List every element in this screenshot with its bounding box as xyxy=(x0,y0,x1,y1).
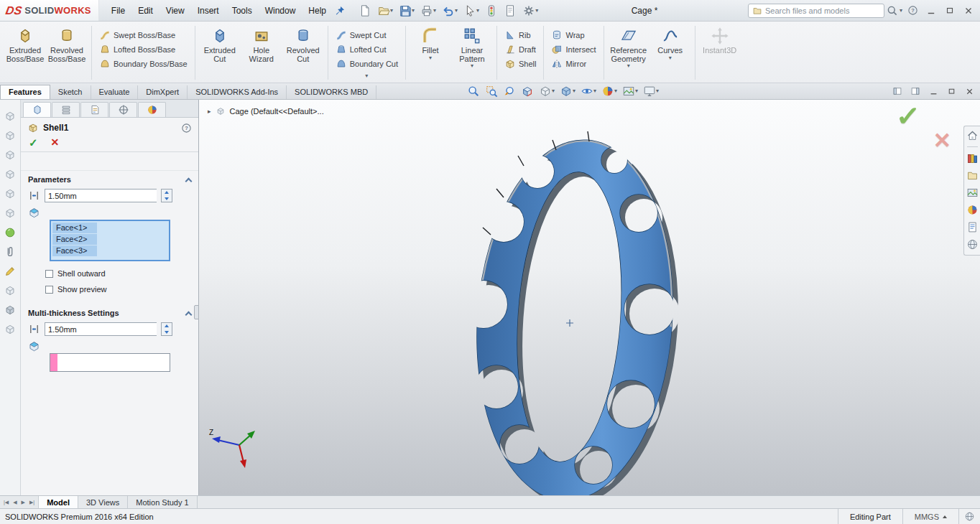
restore-document-button[interactable] xyxy=(945,85,958,98)
task-pane-design-library-button[interactable] xyxy=(966,152,979,164)
close-document-button[interactable] xyxy=(963,85,976,98)
multi-thickness-section-header[interactable]: Multi-thickness Settings xyxy=(21,304,198,320)
face-list-item[interactable]: Face<2> xyxy=(52,234,97,245)
previous-view-button[interactable] xyxy=(501,84,517,98)
dropdown-caret[interactable]: ▾ xyxy=(471,63,473,69)
ribbon-button-instant3d[interactable]: Instant3D xyxy=(699,24,741,56)
dropdown-caret[interactable]: ▾ xyxy=(573,88,575,94)
dropdown-caret[interactable]: ▾ xyxy=(390,8,393,14)
ribbon-button-fillet[interactable]: Fillet▾ xyxy=(410,24,451,62)
left-toolbar-button-9[interactable] xyxy=(4,265,17,278)
dropdown-caret[interactable]: ▾ xyxy=(669,55,672,61)
faces-listbox[interactable]: Face<1>Face<2>Face<3> xyxy=(50,220,170,261)
print-button[interactable]: ▾ xyxy=(418,3,438,19)
dropdown-caret[interactable]: ▾ xyxy=(635,88,638,94)
ok-button[interactable]: ✓ xyxy=(29,137,38,148)
ribbon-button-swept-boss-base[interactable]: Swept Boss/Base xyxy=(96,28,191,42)
dropdown-caret[interactable]: ▾ xyxy=(455,8,458,14)
units-selector[interactable]: MMGS xyxy=(902,509,958,524)
shell-outward-checkbox[interactable] xyxy=(45,270,53,278)
pm-tab-feature[interactable] xyxy=(23,102,51,117)
ribbon-button-hole-wizard[interactable]: Hole Wizard xyxy=(241,24,282,64)
menu-tools[interactable]: Tools xyxy=(226,0,259,21)
ribbon-button-swept-cut[interactable]: Swept Cut xyxy=(332,28,402,42)
edit-appearance-button[interactable]: ▾ xyxy=(600,84,619,98)
shell-thickness-input[interactable] xyxy=(45,189,157,202)
face-list-item[interactable]: Face<1> xyxy=(52,223,97,233)
menu-file[interactable]: File xyxy=(105,0,131,21)
new-document-button[interactable] xyxy=(356,3,374,19)
tab-features[interactable]: Features xyxy=(0,85,50,99)
pm-tab-display[interactable] xyxy=(138,102,166,117)
left-toolbar-button-4[interactable] xyxy=(4,168,17,181)
menu-view[interactable]: View xyxy=(160,0,191,21)
dropdown-caret[interactable]: ▾ xyxy=(412,8,415,14)
scroll-left-icon[interactable]: ◀ xyxy=(11,500,18,505)
expand-right-pane-button[interactable] xyxy=(909,85,922,98)
task-pane-globe-button[interactable] xyxy=(966,238,979,251)
task-pane-custom-properties-button[interactable] xyxy=(966,221,979,233)
dropdown-caret[interactable]: ▾ xyxy=(552,88,555,94)
left-toolbar-button-6[interactable] xyxy=(4,207,17,220)
pm-tab-property[interactable] xyxy=(52,102,80,117)
panel-splitter-handle[interactable] xyxy=(194,305,199,319)
dropdown-caret[interactable]: ▾ xyxy=(429,55,432,61)
pin-menu-icon[interactable] xyxy=(334,5,346,17)
dropdown-caret[interactable]: ▾ xyxy=(476,8,479,14)
breadcrumb[interactable]: ▸ Cage (Default<<Default>... xyxy=(208,106,324,116)
task-pane-appearances-button[interactable] xyxy=(966,204,979,216)
menu-help[interactable]: Help xyxy=(302,0,333,21)
collapse-chevron-icon[interactable] xyxy=(185,177,193,184)
menu-window[interactable]: Window xyxy=(259,0,302,21)
multi-thickness-input[interactable] xyxy=(45,322,157,336)
shell-outward-option[interactable]: Shell outward xyxy=(45,269,191,278)
confirm-cancel-button[interactable]: ✕ xyxy=(933,130,951,151)
left-toolbar-button-10[interactable] xyxy=(4,284,17,297)
left-toolbar-button-11[interactable] xyxy=(4,304,17,317)
ribbon-button-extruded-cut[interactable]: Extruded Cut xyxy=(199,24,241,64)
left-toolbar-button-7[interactable] xyxy=(4,226,17,239)
spinner-down-icon[interactable] xyxy=(162,329,172,336)
task-pane-home-button[interactable] xyxy=(966,129,979,141)
ribbon-button-boundary-boss-base[interactable]: Boundary Boss/Base xyxy=(96,57,191,70)
search-scope-icon[interactable] xyxy=(752,6,762,16)
ribbon-button-revolved-cut[interactable]: Revolved Cut xyxy=(282,24,324,64)
tab-evaluate[interactable]: Evaluate xyxy=(91,85,139,99)
dropdown-caret[interactable]: ▾ xyxy=(332,71,402,79)
ribbon-button-lofted-boss-base[interactable]: Lofted Boss/Base xyxy=(96,42,191,56)
zoom-to-fit-button[interactable] xyxy=(466,84,481,98)
undo-button[interactable]: ▾ xyxy=(440,3,460,19)
tags-button[interactable] xyxy=(958,509,980,524)
maximize-button[interactable] xyxy=(941,3,958,19)
scroll-right-icon[interactable]: ▶ xyxy=(20,500,27,505)
confirm-ok-button[interactable]: ✓ xyxy=(896,103,921,130)
help-circle-icon[interactable]: ? xyxy=(181,123,192,134)
dropdown-caret[interactable]: ▾ xyxy=(593,88,596,94)
left-toolbar-button-3[interactable] xyxy=(4,149,17,162)
left-toolbar-button-12[interactable] xyxy=(4,323,17,336)
spinner-down-icon[interactable] xyxy=(162,196,172,202)
breadcrumb-expand-icon[interactable]: ▸ xyxy=(208,108,211,115)
graphics-viewport[interactable]: ▸ Cage (Default<<Default>... ✓ ✕ Z xyxy=(199,100,980,495)
search-input[interactable] xyxy=(765,6,880,15)
help-icon[interactable]: ? xyxy=(907,5,918,16)
close-button[interactable] xyxy=(960,3,977,19)
ribbon-button-shell[interactable]: Shell xyxy=(501,57,540,70)
hide-show-items-button[interactable]: ▾ xyxy=(579,84,598,98)
zoom-to-area-button[interactable] xyxy=(484,84,499,98)
pm-tab-dimxpert[interactable] xyxy=(109,102,137,117)
scroll-first-icon[interactable]: |◀ xyxy=(2,500,10,505)
face-list-item[interactable]: Face<3> xyxy=(52,245,97,256)
open-button[interactable]: ▾ xyxy=(375,3,395,19)
ribbon-button-lofted-cut[interactable]: Lofted Cut xyxy=(332,42,402,56)
ribbon-button-wrap[interactable]: Wrap xyxy=(547,28,599,42)
left-toolbar-button-1[interactable] xyxy=(4,110,17,123)
task-pane-view-palette-button[interactable] xyxy=(966,187,979,199)
ribbon-button-reference-geometry[interactable]: Reference Geometry▾ xyxy=(608,24,650,70)
doc-tab-motion-study-1[interactable]: Motion Study 1 xyxy=(128,496,197,508)
left-toolbar-button-5[interactable] xyxy=(4,187,17,200)
select-button[interactable]: ▾ xyxy=(461,3,481,19)
minimize-document-button[interactable] xyxy=(927,85,940,98)
multi-thickness-faces-listbox[interactable] xyxy=(50,353,170,372)
ribbon-button-extruded-boss-base[interactable]: Extruded Boss/Base xyxy=(4,24,46,64)
